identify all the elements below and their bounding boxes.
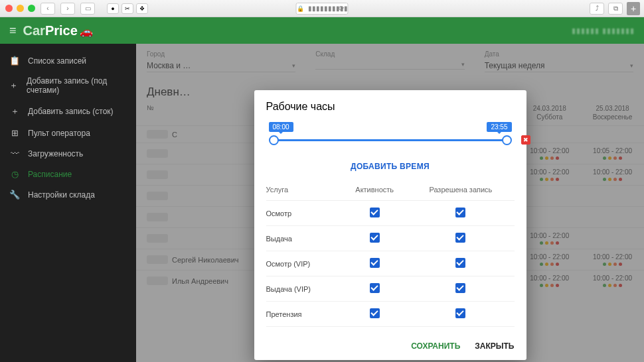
sidebar-item[interactable]: ◷Расписание	[0, 164, 136, 184]
address-bar[interactable]: 🔒 ▮▮▮▮▮▮▮▮▮▮ ⟳	[296, 3, 349, 15]
sidebar-item[interactable]: 〰Загруженность	[0, 143, 136, 164]
service-name: Выдача (VIP)	[266, 276, 343, 302]
service-name: Выдача	[266, 226, 343, 251]
services-table: Услуга Активность Разрешена запись Осмот…	[266, 179, 515, 327]
brand-logo[interactable]: CarPrice🚗	[23, 23, 93, 38]
menu-icon[interactable]: ≡	[9, 24, 17, 38]
sidebar-item[interactable]: ＋Добавить запись (сток)	[0, 100, 136, 123]
allowed-checkbox[interactable]	[455, 308, 465, 318]
back-button[interactable]: ‹	[40, 3, 55, 15]
sidebar-item-label: Расписание	[28, 170, 72, 179]
service-row: Осмотр (VIP)	[266, 251, 515, 276]
service-name: Осмотр (VIP)	[266, 251, 343, 276]
service-row: Выдача	[266, 226, 515, 251]
activity-checkbox[interactable]	[370, 258, 380, 268]
browser-chrome: ‹ › ▭ ● ✂ ❖ 🔒 ▮▮▮▮▮▮▮▮▮▮ ⟳ ⤴ ⧉ +	[0, 0, 644, 17]
sidebar-item[interactable]: ⊞Пульт оператора	[0, 123, 136, 143]
add-time-button[interactable]: ДОБАВИТЬ ВРЕМЯ	[266, 154, 515, 179]
sidebar-item[interactable]: 📋Список записей	[0, 50, 136, 71]
time-range-slider[interactable]: 08:00 23:55 ✖	[270, 127, 511, 147]
sidebar-item-label: Загруженность	[28, 149, 83, 158]
service-name: Осмотр	[266, 201, 343, 226]
sidebar-icon: ⊞	[9, 128, 20, 138]
extension-icon[interactable]: ●	[107, 3, 119, 14]
sidebar-item-label: Добавить запись (под счетами)	[27, 76, 127, 95]
sidebar-item-label: Список записей	[28, 56, 86, 66]
sidebar-icon: ＋	[9, 105, 20, 117]
reload-icon[interactable]: ⟳	[339, 5, 344, 12]
working-hours-modal: Рабочие часы 08:00 23:55 ✖ ДОБАВИТЬ ВРЕМ…	[254, 90, 526, 360]
sidebar-item-label: Настройки склада	[28, 190, 95, 200]
close-button[interactable]: ЗАКРЫТЬ	[475, 341, 514, 351]
car-icon: 🚗	[80, 26, 93, 37]
sidebar-icon: ＋	[9, 80, 19, 91]
sidebar-icon: ◷	[9, 169, 20, 179]
extension-icons: ● ✂ ❖	[107, 3, 148, 14]
activity-checkbox[interactable]	[370, 233, 380, 243]
sidebar-item[interactable]: 🔧Настройки склада	[0, 184, 136, 205]
service-row: Выдача (VIP)	[266, 276, 515, 302]
activity-checkbox[interactable]	[370, 208, 380, 217]
allowed-checkbox[interactable]	[455, 258, 465, 268]
service-row: Претензия	[266, 302, 515, 327]
sidebar-icon: 〰	[9, 149, 20, 158]
allowed-checkbox[interactable]	[455, 283, 465, 293]
save-button[interactable]: СОХРАНИТЬ	[411, 341, 460, 351]
close-window-icon[interactable]	[5, 5, 13, 12]
sidebar-toggle-button[interactable]: ▭	[80, 3, 95, 15]
service-name: Претензия	[266, 302, 343, 327]
service-row: Осмотр	[266, 201, 515, 226]
new-tab-button[interactable]: +	[627, 2, 640, 15]
sidebar-item-label: Пульт оператора	[28, 129, 90, 138]
sidebar-item[interactable]: ＋Добавить запись (под счетами)	[0, 71, 136, 100]
range-start-handle[interactable]	[269, 135, 279, 145]
tabs-button[interactable]: ⧉	[608, 3, 623, 15]
allowed-checkbox[interactable]	[455, 208, 465, 217]
extension-icon[interactable]: ❖	[136, 3, 148, 14]
sidebar: 📋Список записей＋Добавить запись (под сче…	[0, 44, 136, 362]
app-header: ≡ CarPrice🚗 ▮▮▮▮▮▮ ▮▮▮▮▮▮▮	[0, 17, 644, 44]
extension-icon[interactable]: ✂	[121, 3, 133, 14]
minimize-window-icon[interactable]	[17, 5, 24, 12]
activity-checkbox[interactable]	[370, 283, 380, 293]
sidebar-icon: 📋	[9, 56, 20, 66]
allowed-checkbox[interactable]	[455, 233, 465, 243]
range-start-badge: 08:00	[269, 122, 293, 132]
range-end-handle[interactable]	[502, 135, 512, 145]
modal-title: Рабочие часы	[266, 101, 515, 113]
range-end-badge: 23:55	[487, 122, 511, 132]
forward-button[interactable]: ›	[60, 3, 75, 15]
delete-range-button[interactable]: ✖	[521, 135, 530, 145]
current-user[interactable]: ▮▮▮▮▮▮ ▮▮▮▮▮▮▮	[572, 27, 635, 35]
share-button[interactable]: ⤴	[590, 3, 604, 15]
sidebar-item-label: Добавить запись (сток)	[28, 107, 114, 116]
activity-checkbox[interactable]	[370, 308, 380, 318]
maximize-window-icon[interactable]	[28, 5, 35, 12]
main-content: Город Москва и …▾ Склад ▾ Дата Текущая н…	[136, 44, 644, 362]
lock-icon: 🔒	[297, 5, 304, 12]
window-controls[interactable]	[5, 5, 35, 12]
sidebar-icon: 🔧	[9, 190, 20, 200]
